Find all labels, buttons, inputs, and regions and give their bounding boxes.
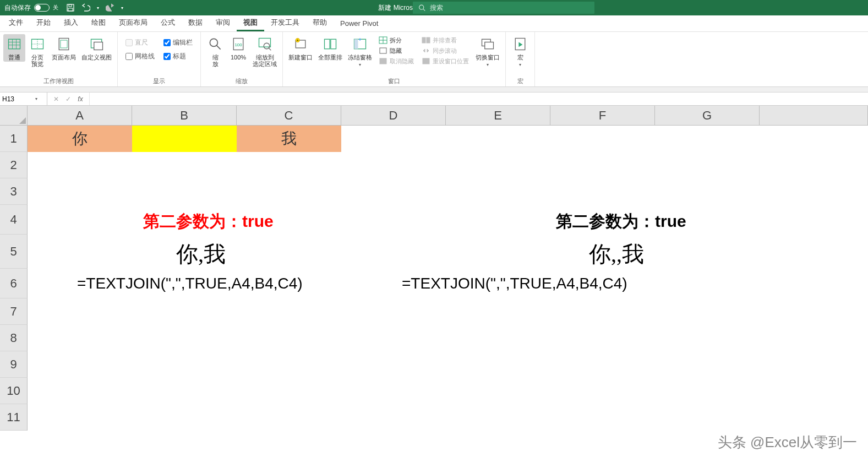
formula-input[interactable] [90,93,868,105]
tab-power-pivot[interactable]: Power Pivot [334,16,385,31]
cell-text[interactable]: 第二参数为：true [556,210,686,233]
row-header[interactable]: 6 [0,269,28,298]
search-icon [418,4,425,12]
qat-customize-caret[interactable]: ▾ [121,6,123,10]
select-all-corner[interactable] [0,106,28,126]
enter-icon[interactable]: ✓ [63,94,74,105]
cell-text[interactable]: 第二参数为：true [143,210,274,233]
search-box[interactable] [413,2,594,14]
svg-rect-16 [94,42,102,50]
row-header[interactable]: 7 [0,298,28,325]
sync-scroll-button: 同步滚动 [421,46,470,56]
group-label: 工作簿视图 [3,76,114,85]
switch-windows-button[interactable]: 切换窗口▾ [473,34,502,69]
column-header[interactable]: B [132,106,237,126]
tab-公式[interactable]: 公式 [154,14,182,31]
group-label: 宏 [509,76,531,85]
zoom-100-button[interactable]: 100 100% [227,34,249,62]
cell-text[interactable]: 你,,我 [589,239,644,269]
row-header[interactable]: 10 [0,378,28,404]
gridlines-check-input[interactable] [125,53,133,60]
group-label: 窗口 [286,76,502,85]
page-break-icon [29,35,46,53]
group-workbook-views: 普通 分页 预览 页面布局 自定义视图 工作簿视图 [0,32,118,86]
headings-check-input[interactable] [163,53,171,60]
freeze-panes-button[interactable]: 冻结窗格▾ [346,34,374,69]
tab-开始[interactable]: 开始 [30,14,57,31]
svg-rect-38 [423,58,429,64]
headings-checkbox[interactable]: 标题 [162,50,194,63]
save-icon[interactable] [66,3,75,12]
gridlines-checkbox[interactable]: 网格线 [124,50,156,63]
tab-文件[interactable]: 文件 [2,14,30,31]
side-by-side-icon [422,36,430,45]
row-header[interactable]: 4 [0,205,28,235]
column-header[interactable]: C [237,106,341,126]
fx-icon[interactable]: fx [75,94,86,105]
group-window: + 新建窗口 全部重排 冻结窗格▾ 拆分 隐藏 取消隐藏 并排查看 同步滚动 重… [283,32,506,86]
redo-icon[interactable] [106,3,114,12]
tab-页面布局[interactable]: 页面布局 [112,14,154,31]
row-header[interactable]: 5 [0,235,28,269]
tab-审阅[interactable]: 审阅 [209,14,237,31]
custom-views-button[interactable]: 自定义视图 [79,34,114,62]
tab-绘图[interactable]: 绘图 [85,14,112,31]
column-header[interactable]: E [446,106,550,126]
row-header[interactable]: 2 [0,152,28,178]
search-input[interactable] [430,4,589,12]
zoom-button[interactable]: 缩 放 [204,34,226,68]
cell-text[interactable]: =TEXTJOIN(",",TRUE,A4,B4,C4) [402,275,627,292]
tab-数据[interactable]: 数据 [182,14,209,31]
ribbon-gap [0,87,868,93]
svg-point-3 [419,5,424,9]
macros-button[interactable]: 宏▾ [509,34,531,69]
group-label: 显示 [121,76,197,85]
row-header[interactable]: 8 [0,325,28,351]
quick-access-toolbar: ▾ ▾ [66,3,123,12]
svg-rect-14 [61,40,67,48]
cell-text[interactable]: 你,我 [176,239,226,269]
arrange-all-button[interactable]: 全部重排 [316,34,345,62]
column-header[interactable]: F [550,106,655,126]
name-box-input[interactable] [2,95,35,103]
cancel-icon[interactable]: ✕ [51,94,62,105]
row-header[interactable]: 3 [0,178,28,205]
tab-帮助[interactable]: 帮助 [306,14,334,31]
zoom-selection-button[interactable]: 缩放到 选定区域 [250,34,279,68]
column-header[interactable]: G [655,106,760,126]
zoom-icon [206,35,224,53]
new-window-button[interactable]: + 新建窗口 [286,34,315,62]
split-button[interactable]: 拆分 [378,35,415,45]
page-break-preview-button[interactable]: 分页 预览 [26,34,48,68]
cell-B1[interactable] [132,126,237,152]
column-header[interactable]: A [28,106,132,126]
normal-view-button[interactable]: 普通 [3,34,25,62]
formulabar-check-input[interactable] [163,39,171,46]
tab-开发工具[interactable]: 开发工具 [264,14,306,31]
svg-line-23 [269,48,271,50]
row-header[interactable]: 1 [0,126,28,152]
svg-rect-30 [354,39,358,49]
tab-视图[interactable]: 视图 [237,14,264,31]
svg-rect-21 [259,39,271,47]
spreadsheet-grid[interactable]: ABCDEFG 1234567891011 你我第二参数为：true第二参数为：… [0,106,868,431]
cell-area[interactable]: 你我第二参数为：true第二参数为：true你,我你,,我=TEXTJOIN("… [28,126,868,431]
cell-C1[interactable]: 我 [237,126,341,152]
undo-icon[interactable] [81,3,90,12]
page-layout-button[interactable]: 页面布局 [50,34,78,62]
row-header[interactable]: 9 [0,351,28,378]
cell-text[interactable]: =TEXTJOIN(",",TRUE,A4,B4,C4) [77,275,303,292]
svg-line-18 [217,46,221,50]
autosave-toggle[interactable]: 自动保存 关 [4,3,58,13]
formula-bar-checkbox[interactable]: 编辑栏 [162,36,194,49]
namebox-caret-icon[interactable]: ▾ [35,96,37,101]
name-box[interactable]: ▾ [0,93,47,105]
row-header[interactable]: 11 [0,404,28,431]
column-header[interactable] [760,106,868,126]
cell-A1[interactable]: 你 [28,126,132,152]
undo-menu-caret[interactable]: ▾ [97,6,99,10]
svg-rect-28 [331,39,336,49]
tab-插入[interactable]: 插入 [57,14,85,31]
hide-button[interactable]: 隐藏 [378,46,415,56]
column-header[interactable]: D [341,106,446,126]
